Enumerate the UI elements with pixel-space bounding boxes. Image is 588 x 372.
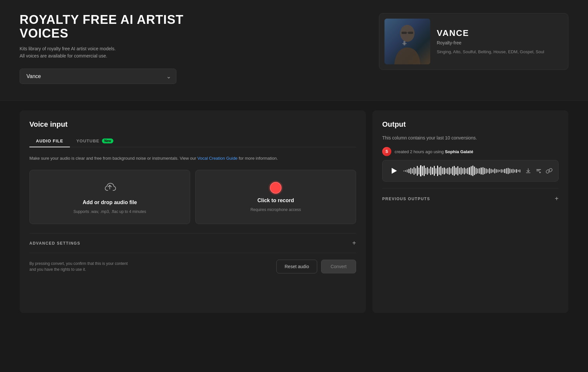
artist-license: Royalty-free	[437, 40, 563, 45]
expand-icon: +	[352, 239, 356, 247]
record-box[interactable]: Click to record Requires microphone acce…	[195, 170, 356, 224]
top-section: ROYALTY FREE AI ARTIST VOICES Kits libra…	[0, 0, 588, 101]
output-avatar: S	[382, 147, 391, 156]
page-title: ROYALTY FREE AI ARTIST VOICES	[20, 13, 222, 40]
record-box-title: Click to record	[257, 198, 294, 203]
tab-youtube[interactable]: YOUTUBE New	[70, 135, 120, 147]
record-inner-dot	[273, 186, 278, 190]
action-buttons: Reset audio Convert	[276, 260, 356, 273]
page-subtitle: Kits library of royalty free AI artist v…	[20, 45, 222, 60]
svg-rect-8	[536, 170, 540, 171]
previous-outputs-label: PREVIOUS OUTPUTS	[382, 197, 430, 201]
record-box-subtitle: Requires microphone access	[251, 207, 301, 212]
info-text: Make sure your audio is clear and free f…	[29, 155, 356, 162]
share-button[interactable]	[546, 168, 552, 174]
artist-image	[384, 19, 430, 64]
artist-name: VANCE	[437, 28, 563, 38]
output-item: S created 2 hours ago using Sophia Galat…	[382, 147, 559, 182]
previous-outputs-toggle[interactable]: PREVIOUS OUTPUTS +	[382, 188, 559, 202]
voice-input-panel: Voice input AUDIO FILE YOUTUBE New Make …	[20, 110, 366, 313]
input-tabs: AUDIO FILE YOUTUBE New	[29, 135, 356, 147]
disclaimer-text: By pressing convert, you confirm that th…	[29, 261, 134, 272]
record-icon	[270, 182, 282, 194]
download-icon	[525, 168, 531, 174]
waveform-actions	[525, 168, 552, 174]
svg-rect-7	[536, 169, 541, 170]
artist-card-container: VANCE Royalty-free Singing, Alto, Soulfu…	[379, 13, 568, 70]
upload-box-subtitle: Supports .wav, .mp3, .flac up to 4 minut…	[74, 209, 146, 214]
convert-button[interactable]: Convert	[321, 260, 356, 273]
artist-photo	[384, 19, 430, 64]
play-button[interactable]	[388, 166, 399, 176]
artist-card: VANCE Royalty-free Singing, Alto, Soulfu…	[379, 13, 568, 70]
svg-rect-6	[407, 32, 408, 33]
upload-box-title: Add or drop audio file	[83, 200, 137, 205]
download-button[interactable]	[525, 168, 531, 174]
bottom-bar: By pressing convert, you confirm that th…	[29, 253, 356, 273]
svg-rect-3	[402, 43, 407, 44]
add-to-playlist-icon	[535, 168, 542, 174]
output-panel: Output This column contains your last 10…	[372, 110, 568, 313]
upload-icon	[103, 180, 117, 196]
svg-rect-4	[401, 32, 407, 34]
output-title: Output	[382, 120, 559, 129]
artist-info: VANCE Royalty-free Singing, Alto, Soulfu…	[437, 28, 563, 55]
add-to-playlist-button[interactable]	[535, 168, 542, 174]
advanced-settings-toggle[interactable]: ADVANCED SETTINGS +	[29, 233, 356, 253]
reset-audio-button[interactable]: Reset audio	[276, 260, 317, 273]
artist-tags: Singing, Alto, Soulful, Belting, House, …	[437, 49, 563, 55]
link-icon	[546, 168, 552, 174]
output-artist-name: Sophia Galaté	[445, 149, 473, 154]
top-left: ROYALTY FREE AI ARTIST VOICES Kits libra…	[20, 13, 222, 84]
play-icon	[392, 168, 397, 174]
vocal-creation-guide-link[interactable]: Vocal Creation Guide	[197, 156, 237, 161]
upload-area: Add or drop audio file Supports .wav, .m…	[29, 170, 356, 224]
output-meta: S created 2 hours ago using Sophia Galat…	[382, 147, 559, 156]
voice-select-wrapper: Vance ⌄	[20, 69, 176, 84]
upload-file-box[interactable]: Add or drop audio file Supports .wav, .m…	[29, 170, 190, 224]
expand-previous-icon: +	[555, 195, 559, 202]
waveform-player	[382, 160, 559, 182]
voice-select[interactable]: Vance	[20, 69, 176, 84]
output-subtitle: This column contains your last 10 conver…	[382, 135, 559, 140]
waveform-visualization	[403, 165, 520, 177]
main-section: Voice input AUDIO FILE YOUTUBE New Make …	[0, 101, 588, 323]
youtube-new-badge: New	[102, 138, 113, 143]
voice-input-title: Voice input	[29, 120, 356, 129]
output-meta-text: created 2 hours ago using Sophia Galaté	[395, 149, 473, 154]
tab-audio-file[interactable]: AUDIO FILE	[29, 135, 70, 147]
cloud-upload-icon	[103, 180, 117, 194]
svg-rect-5	[408, 32, 413, 34]
advanced-settings-label: ADVANCED SETTINGS	[29, 241, 80, 246]
